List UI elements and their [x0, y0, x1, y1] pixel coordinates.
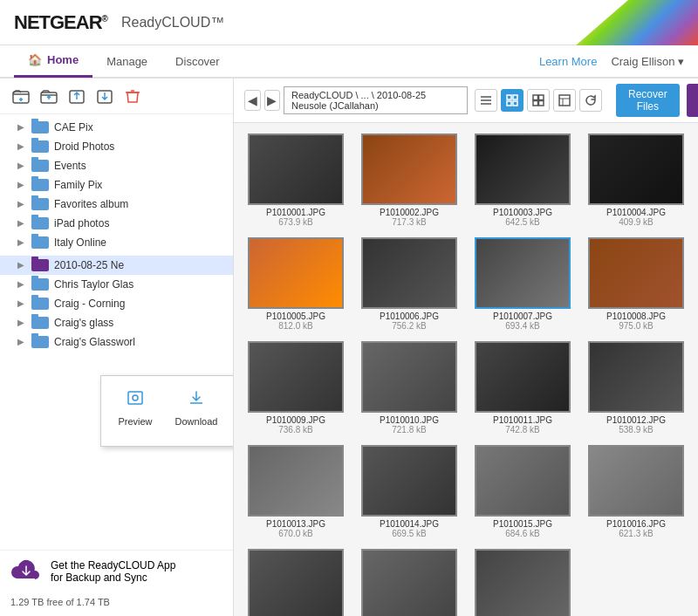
- breadcrumb-nav: ◀ ▶ ReadyCLOUD \ ... \ 2010-08-25 Neusol…: [244, 86, 468, 114]
- photo-filename: P1010005.JPG: [266, 311, 325, 321]
- photo-item[interactable]: P1010004.JPG409.9 kB: [585, 133, 688, 227]
- photo-item[interactable]: P1010017.JPG588.4 kB: [244, 549, 347, 616]
- folder-item-selected[interactable]: ▶ 2010-08-25 Ne: [0, 256, 233, 275]
- photo-item[interactable]: P1010011.JPG742.8 kB: [471, 341, 574, 435]
- photo-item[interactable]: P1010009.JPG736.8 kB: [244, 341, 347, 435]
- app-name: ReadyCLOUD™: [121, 15, 224, 31]
- nav-manage[interactable]: Manage: [92, 44, 161, 78]
- folder-arrow: ▶: [17, 161, 28, 171]
- ctx-email[interactable]: E-mail as Link: [227, 383, 233, 439]
- photo-item[interactable]: P1010001.JPG673.9 kB: [244, 133, 347, 227]
- photo-filename: P1010006.JPG: [380, 311, 439, 321]
- photo-item[interactable]: P1010008.JPG975.0 kB: [585, 237, 688, 331]
- photo-filename: P1010011.JPG: [493, 415, 552, 425]
- thumbnail-image: [590, 343, 682, 411]
- logo: NETGEAR® ReadyCLOUD™: [14, 11, 224, 34]
- sidebar-bottom: Get the ReadyCLOUD App for Backup and Sy…: [0, 550, 233, 616]
- photo-filename: P1010010.JPG: [380, 415, 439, 425]
- photo-item[interactable]: P1010010.JPG721.8 kB: [358, 341, 461, 435]
- folder-item[interactable]: ▶ Craig's Glassworl: [0, 332, 233, 352]
- large-grid-view-btn[interactable]: [527, 89, 550, 112]
- delete-icon[interactable]: [122, 86, 143, 106]
- thumbnail-image: [250, 551, 342, 616]
- thumbnail-image: [590, 239, 682, 307]
- grid-view-btn[interactable]: [501, 89, 524, 112]
- photo-filesize: 812.0 kB: [278, 321, 312, 331]
- folder-icon: [31, 336, 49, 348]
- new-folder-icon[interactable]: [10, 86, 31, 106]
- folder-arrow: ▶: [17, 141, 28, 152]
- photo-item[interactable]: P1010002.JPG717.3 kB: [358, 133, 461, 227]
- photo-filesize: 975.0 kB: [619, 321, 653, 331]
- photo-thumbnail: [248, 445, 344, 517]
- thumbnail-image: [363, 447, 455, 515]
- share-button[interactable]: Share: [687, 84, 698, 117]
- photo-item[interactable]: P1010005.JPG812.0 kB: [244, 237, 347, 331]
- folder-item[interactable]: ▶ Italy Online: [0, 233, 233, 252]
- photo-item[interactable]: P1010018.JPG712.1 kB: [358, 549, 461, 616]
- folder-item[interactable]: ▶ Events: [0, 156, 233, 175]
- thumbnail-image: [476, 551, 569, 616]
- nav-bar: 🏠 Home Manage Discover Learn More Craig …: [0, 45, 698, 79]
- folder-item[interactable]: ▶ Family Pix: [0, 175, 233, 195]
- folder-item[interactable]: ▶ Craig - Corning: [0, 294, 233, 313]
- folder-item[interactable]: ▶ Favorites album: [0, 195, 233, 214]
- photo-filename: P1010004.JPG: [606, 208, 666, 217]
- photo-item[interactable]: P1010016.JPG621.3 kB: [585, 445, 688, 538]
- svg-rect-20: [539, 101, 544, 106]
- svg-rect-13: [507, 95, 511, 99]
- recover-files-button[interactable]: Recover Files: [616, 84, 680, 117]
- folder-item[interactable]: ▶ CAE Pix: [0, 118, 233, 137]
- list-view-btn[interactable]: [475, 89, 497, 112]
- upload-icon[interactable]: [66, 86, 87, 106]
- folder-arrow: ▶: [17, 180, 28, 190]
- photo-item[interactable]: P1010014.JPG669.5 kB: [358, 445, 461, 538]
- folder-icon: [31, 198, 49, 210]
- content-toolbar: ◀ ▶ ReadyCLOUD \ ... \ 2010-08-25 Neusol…: [234, 79, 698, 123]
- photo-thumbnail: [588, 237, 684, 309]
- user-menu[interactable]: Craig Ellison ▾: [611, 55, 684, 68]
- forward-button[interactable]: ▶: [264, 90, 281, 111]
- download-icon[interactable]: [94, 86, 115, 106]
- photo-filesize: 717.3 kB: [392, 217, 426, 227]
- folder-arrow: ▶: [17, 218, 28, 229]
- photo-item[interactable]: P1010012.JPG538.9 kB: [585, 341, 688, 435]
- photo-filesize: 721.8 kB: [392, 425, 426, 435]
- home-icon: 🏠: [28, 53, 42, 66]
- thumbnail-image: [590, 135, 682, 203]
- header-rainbow: [524, 0, 698, 45]
- photo-filesize: 673.9 kB: [278, 217, 312, 227]
- photo-filename: P1010009.JPG: [266, 415, 325, 425]
- refresh-btn[interactable]: [579, 89, 602, 112]
- photo-filesize: 642.5 kB: [505, 217, 539, 227]
- folder-item[interactable]: ▶ Craig's glass: [0, 313, 233, 332]
- photo-item[interactable]: P1010013.JPG670.0 kB: [244, 445, 347, 538]
- learn-more-link[interactable]: Learn More: [539, 55, 597, 68]
- folder-arrow: ▶: [17, 260, 28, 270]
- back-button[interactable]: ◀: [244, 90, 261, 111]
- folder-item[interactable]: ▶ Droid Photos: [0, 137, 233, 156]
- nav-home[interactable]: 🏠 Home: [14, 44, 92, 78]
- folder-icon: [31, 217, 49, 229]
- folder-icon: [31, 121, 49, 133]
- detail-view-btn[interactable]: [553, 89, 576, 112]
- ctx-preview[interactable]: Preview: [105, 383, 166, 439]
- ctx-download[interactable]: Download: [166, 383, 227, 439]
- thumbnail-image: [476, 239, 569, 307]
- upload-folder-icon[interactable]: [38, 86, 59, 106]
- photo-filename: P1010008.JPG: [606, 311, 666, 321]
- svg-rect-21: [559, 95, 570, 106]
- photo-thumbnail: [248, 549, 344, 616]
- photo-item[interactable]: P1010003.JPG642.5 kB: [471, 133, 574, 227]
- photo-filesize: 670.0 kB: [278, 529, 312, 538]
- folder-item[interactable]: ▶ iPad photos: [0, 214, 233, 233]
- nav-discover[interactable]: Discover: [161, 44, 234, 78]
- nav-right: Learn More Craig Ellison ▾: [539, 55, 684, 68]
- photo-item[interactable]: P1010019.JPG634.7 kB: [471, 549, 574, 616]
- photo-item[interactable]: P1010007.JPG693.4 kB: [471, 237, 574, 331]
- photo-filesize: 669.5 kB: [392, 529, 426, 538]
- photo-thumbnail: [361, 549, 457, 616]
- photo-item[interactable]: P1010015.JPG684.6 kB: [471, 445, 574, 538]
- photo-item[interactable]: P1010006.JPG756.2 kB: [358, 237, 461, 331]
- folder-item[interactable]: ▶ Chris Taylor Glas: [0, 275, 233, 294]
